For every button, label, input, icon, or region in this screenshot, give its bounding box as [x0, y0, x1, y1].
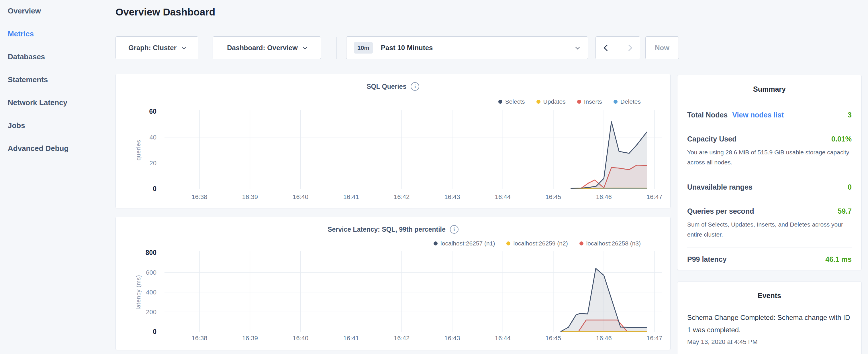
- summary-value: 3: [848, 111, 852, 119]
- summary-label: Capacity Used: [687, 135, 737, 143]
- summary-label: Unavailable ranges: [687, 183, 752, 191]
- svg-text:40: 40: [150, 134, 156, 141]
- sidebar-item-advanced-debug[interactable]: Advanced Debug: [8, 143, 68, 154]
- view-nodes-list-link[interactable]: View nodes list: [732, 111, 784, 119]
- svg-text:16:39: 16:39: [242, 193, 258, 200]
- chevron-left-icon: [603, 45, 610, 51]
- summary-description: You are using 28.6 MiB of 515.9 GiB usab…: [687, 147, 852, 167]
- event-message[interactable]: Schema Change Completed: Schema change w…: [687, 311, 852, 336]
- sidebar-item-statements[interactable]: Statements: [8, 74, 48, 85]
- summary-row-total-nodes: Total Nodes View nodes list 3: [687, 103, 852, 127]
- svg-text:400: 400: [146, 289, 156, 296]
- chevron-right-icon: [626, 45, 632, 51]
- svg-text:16:38: 16:38: [191, 334, 207, 342]
- svg-text:16:42: 16:42: [394, 193, 409, 200]
- summary-description: Sum of Selects, Updates, Inserts, and De…: [687, 219, 852, 239]
- dashboard-dropdown[interactable]: Dashboard: Overview: [213, 36, 321, 59]
- svg-text:16:45: 16:45: [545, 193, 561, 200]
- svg-text:16:44: 16:44: [495, 334, 510, 342]
- summary-label: P99 latency: [687, 255, 727, 263]
- summary-title: Summary: [677, 75, 861, 93]
- graph-source-dropdown[interactable]: Graph: Cluster: [116, 36, 198, 59]
- summary-panel: Summary Total Nodes View nodes list 3 Ca…: [677, 75, 862, 270]
- summary-label: Total Nodes: [687, 111, 727, 119]
- sql-queries-chart[interactable]: 16:3816:3916:4016:4116:4216:4316:4416:45…: [116, 74, 671, 208]
- svg-text:16:43: 16:43: [444, 193, 460, 200]
- svg-text:latency (ms): latency (ms): [135, 275, 142, 310]
- svg-text:16:46: 16:46: [596, 193, 612, 200]
- svg-text:queries: queries: [135, 140, 142, 161]
- svg-text:0: 0: [153, 328, 156, 335]
- svg-text:16:40: 16:40: [292, 334, 308, 342]
- events-title: Events: [677, 282, 861, 300]
- svg-text:800: 800: [146, 249, 156, 256]
- time-window-badge: 10m: [354, 42, 373, 54]
- summary-value: 0.01%: [831, 135, 852, 143]
- sidebar-item-jobs[interactable]: Jobs: [8, 120, 25, 131]
- time-pagination: [595, 36, 640, 59]
- svg-text:16:41: 16:41: [343, 334, 359, 342]
- svg-text:16:46: 16:46: [596, 334, 612, 342]
- svg-text:200: 200: [146, 309, 156, 316]
- svg-text:16:45: 16:45: [545, 334, 561, 342]
- svg-text:16:47: 16:47: [647, 193, 662, 200]
- sidebar-item-overview[interactable]: Overview: [8, 6, 41, 16]
- svg-text:16:44: 16:44: [495, 193, 510, 200]
- app-root: Overview Metrics Databases Statements Ne…: [0, 0, 868, 354]
- summary-row-capacity-used: Capacity Used 0.01% You are using 28.6 M…: [687, 127, 852, 175]
- svg-text:0: 0: [153, 185, 156, 192]
- time-window-label: Past 10 Minutes: [381, 44, 433, 52]
- controls-divider: [336, 37, 337, 59]
- chevron-down-icon: [182, 45, 186, 49]
- page-title: Overview Dashboard: [116, 6, 215, 18]
- time-next-button[interactable]: [618, 37, 640, 59]
- sidebar-item-databases[interactable]: Databases: [8, 52, 45, 62]
- time-window-dropdown[interactable]: 10m Past 10 Minutes: [346, 36, 588, 59]
- sidebar-item-metrics[interactable]: Metrics: [8, 29, 34, 39]
- summary-value: 46.1 ms: [825, 255, 852, 263]
- now-button[interactable]: Now: [645, 36, 679, 59]
- events-panel: Events Schema Change Completed: Schema c…: [677, 282, 862, 354]
- svg-text:16:42: 16:42: [394, 334, 409, 342]
- svg-text:600: 600: [146, 269, 156, 276]
- chevron-down-icon: [576, 45, 580, 49]
- service-latency-chart-card: Service Latency: SQL, 99th percentile i …: [116, 217, 671, 350]
- svg-text:60: 60: [149, 108, 156, 115]
- summary-value: 0: [848, 183, 852, 191]
- sql-queries-chart-card: SQL Queries i Selects Updates Inserts De…: [116, 74, 671, 208]
- svg-text:16:38: 16:38: [191, 193, 207, 200]
- summary-rows: Total Nodes View nodes list 3 Capacity U…: [687, 103, 852, 271]
- svg-text:20: 20: [150, 160, 156, 167]
- summary-value: 59.7: [838, 207, 852, 215]
- service-latency-chart[interactable]: 16:3816:3916:4016:4116:4216:4316:4416:45…: [116, 217, 671, 350]
- time-prev-button[interactable]: [596, 37, 618, 59]
- dashboard-dropdown-label: Dashboard: Overview: [227, 44, 298, 52]
- sidebar-item-network-latency[interactable]: Network Latency: [8, 97, 67, 108]
- summary-row-p99-latency: P99 latency 46.1 ms: [687, 248, 852, 271]
- svg-text:16:41: 16:41: [343, 193, 359, 200]
- svg-text:16:39: 16:39: [242, 334, 258, 342]
- svg-text:16:40: 16:40: [292, 193, 308, 200]
- svg-text:16:43: 16:43: [444, 334, 460, 342]
- summary-label: Queries per second: [687, 207, 754, 215]
- summary-row-unavailable-ranges: Unavailable ranges 0: [687, 175, 852, 199]
- graph-dropdown-label: Graph: Cluster: [128, 44, 177, 52]
- svg-text:16:47: 16:47: [647, 334, 662, 342]
- chevron-down-icon: [303, 45, 308, 49]
- event-timestamp: May 13, 2020 at 4:45 PM: [687, 338, 852, 346]
- summary-row-queries-per-second: Queries per second 59.7 Sum of Selects, …: [687, 199, 852, 248]
